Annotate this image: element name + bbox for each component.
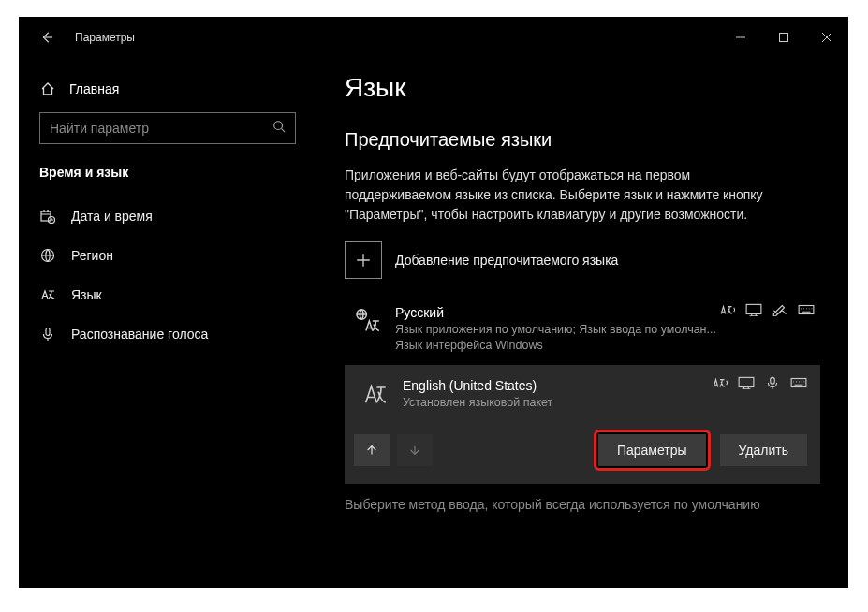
language-feature-badges bbox=[712, 376, 807, 389]
display-language-icon bbox=[745, 303, 762, 316]
sidebar-home[interactable]: Главная bbox=[19, 75, 316, 112]
language-glyph-icon bbox=[352, 305, 382, 337]
text-to-speech-icon bbox=[712, 376, 728, 389]
svg-rect-2 bbox=[41, 211, 51, 221]
page-title: Язык bbox=[345, 73, 820, 103]
language-subtext-2: Язык интерфейса Windows bbox=[395, 339, 820, 352]
add-language-label: Добавление предпочитаемого языка bbox=[395, 253, 618, 268]
home-icon bbox=[39, 80, 56, 97]
speech-icon bbox=[764, 376, 781, 389]
microphone-icon bbox=[39, 326, 56, 342]
sidebar-item-label: Распознавание голоса bbox=[71, 327, 208, 342]
sidebar-section-header: Время и язык bbox=[19, 165, 316, 197]
display-language-icon bbox=[738, 376, 755, 389]
language-feature-badges bbox=[719, 303, 815, 316]
section-description: Приложения и веб-сайты будут отображатьс… bbox=[345, 166, 775, 225]
search-input[interactable] bbox=[50, 121, 272, 136]
sidebar-item-label: Дата и время bbox=[71, 209, 153, 224]
globe-icon bbox=[39, 247, 56, 264]
window-body: Главная Время и язык Дата и время Ре bbox=[19, 58, 848, 588]
sidebar-home-label: Главная bbox=[69, 81, 119, 96]
sidebar: Главная Время и язык Дата и время Ре bbox=[19, 58, 316, 588]
svg-rect-11 bbox=[791, 378, 806, 386]
window-title: Параметры bbox=[75, 31, 135, 44]
sidebar-item-region[interactable]: Регион bbox=[19, 236, 316, 275]
add-language-button[interactable]: Добавление предпочитаемого языка bbox=[345, 241, 820, 279]
move-down-button[interactable] bbox=[397, 434, 433, 466]
settings-window: Параметры Главная bbox=[19, 17, 848, 588]
svg-rect-0 bbox=[780, 34, 788, 42]
keyboard-icon bbox=[798, 303, 815, 316]
options-button-highlight: Параметры bbox=[594, 430, 711, 471]
remove-button-label: Удалить bbox=[739, 443, 788, 458]
sidebar-item-speech[interactable]: Распознавание голоса bbox=[19, 314, 316, 354]
language-subtext-1: Установлен языковой пакет bbox=[403, 395, 758, 412]
calendar-clock-icon bbox=[39, 208, 56, 225]
main-content: Язык Предпочитаемые языки Приложения и в… bbox=[316, 58, 848, 588]
maximize-button[interactable] bbox=[762, 22, 805, 52]
sidebar-item-label: Регион bbox=[71, 248, 113, 263]
svg-rect-5 bbox=[46, 328, 50, 336]
text-to-speech-icon bbox=[719, 303, 736, 316]
options-button[interactable]: Параметры bbox=[598, 434, 706, 466]
language-subtext-1: Язык приложения по умолчанию; Язык ввода… bbox=[395, 322, 751, 339]
language-item-english-selected[interactable]: English (United States) Установлен языко… bbox=[345, 365, 820, 485]
svg-rect-7 bbox=[746, 304, 761, 313]
back-button[interactable] bbox=[36, 26, 58, 49]
keyboard-icon bbox=[790, 376, 807, 389]
section-title: Предпочитаемые языки bbox=[345, 129, 820, 151]
minimize-button[interactable] bbox=[719, 22, 762, 52]
sidebar-item-label: Язык bbox=[71, 287, 102, 302]
sidebar-item-language[interactable]: Язык bbox=[19, 275, 316, 314]
titlebar: Параметры bbox=[19, 17, 848, 58]
search-box[interactable] bbox=[39, 112, 296, 144]
sidebar-item-date-time[interactable]: Дата и время bbox=[19, 197, 316, 236]
plus-icon bbox=[345, 241, 382, 279]
search-icon bbox=[272, 120, 286, 137]
titlebar-left: Параметры bbox=[36, 26, 135, 49]
svg-rect-8 bbox=[799, 306, 814, 314]
language-icon bbox=[39, 286, 56, 303]
footer-note: Выберите метод ввода, который всегда исп… bbox=[345, 497, 820, 512]
close-button[interactable] bbox=[805, 22, 848, 52]
window-controls bbox=[719, 22, 848, 52]
svg-point-1 bbox=[274, 122, 283, 130]
move-up-button[interactable] bbox=[354, 434, 390, 466]
language-item-russian[interactable]: Русский Язык приложения по умолчанию; Яз… bbox=[345, 301, 820, 359]
remove-button[interactable]: Удалить bbox=[720, 434, 807, 466]
svg-rect-9 bbox=[739, 377, 754, 386]
svg-rect-10 bbox=[771, 377, 775, 384]
language-action-row: Параметры Удалить bbox=[352, 430, 813, 474]
language-glyph-icon bbox=[360, 378, 390, 410]
handwriting-icon bbox=[772, 303, 788, 316]
options-button-label: Параметры bbox=[617, 443, 687, 458]
